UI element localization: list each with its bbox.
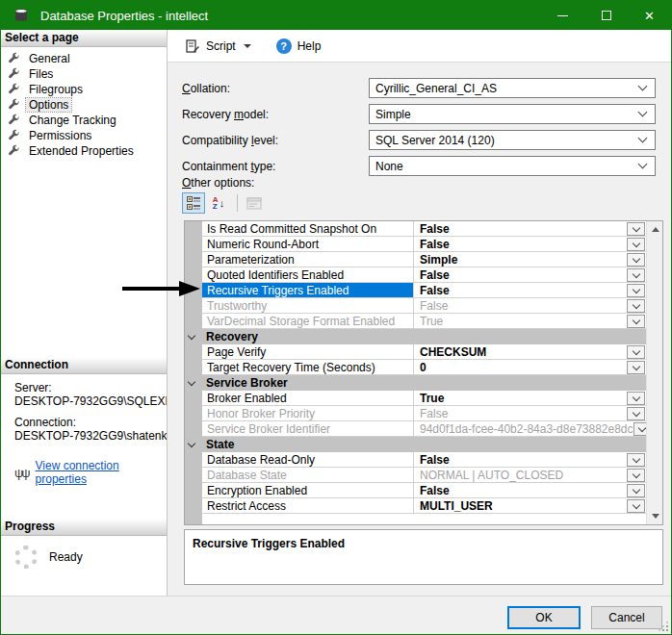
chevron-down-icon: [244, 44, 251, 48]
wrench-icon: [7, 144, 20, 158]
property-value: False: [420, 222, 450, 236]
combobox-value: None: [375, 160, 639, 173]
category-label: State: [202, 437, 234, 451]
value-dropdown-button[interactable]: [627, 299, 645, 313]
scroll-up-button[interactable]: [647, 221, 663, 238]
field-label: Collation:: [182, 82, 230, 95]
value-dropdown-button[interactable]: [627, 222, 645, 236]
wrench-icon: [7, 67, 20, 81]
combobox-value: SQL Server 2014 (120): [375, 134, 639, 147]
property-row[interactable]: Honor Broker Priority False: [202, 406, 646, 421]
property-row[interactable]: Service Broker Identifier 94d0f1da-fcee-…: [202, 421, 646, 437]
select-a-page-header: Select a page: [1, 30, 167, 47]
progress-status: Ready: [49, 550, 83, 564]
combobox-value: Cyrillic_General_CI_AS: [375, 82, 639, 95]
value-dropdown-button[interactable]: [627, 238, 645, 251]
scroll-down-button[interactable]: [647, 508, 663, 524]
help-button[interactable]: ? Help: [271, 36, 327, 57]
main-panel: Script ? Help Containment type: None Com…: [168, 30, 671, 596]
value-dropdown-button[interactable]: [627, 253, 645, 267]
property-row[interactable]: Numeric Round-Abort False: [202, 237, 646, 252]
property-row[interactable]: Parameterization Simple: [202, 252, 646, 267]
property-value: True: [420, 315, 443, 328]
property-row[interactable]: Is Read Committed Snapshot On False: [202, 221, 646, 237]
field-combobox[interactable]: Cyrillic_General_CI_AS: [369, 78, 656, 98]
category-label: Recovery: [202, 329, 258, 343]
sidebar-item-change-tracking[interactable]: Change Tracking: [1, 113, 167, 128]
category-row[interactable]: Service Broker: [202, 375, 646, 391]
progress-spinner-icon: [14, 546, 38, 569]
scroll-up-icon: [652, 227, 659, 232]
field-combobox[interactable]: SQL Server 2014 (120): [369, 130, 656, 150]
property-row[interactable]: Broker Enabled True: [202, 391, 646, 406]
property-row[interactable]: Database State NORMAL | AUTO_CLOSED: [202, 468, 646, 483]
value-dropdown-button[interactable]: [627, 268, 645, 282]
sidebar-item-general[interactable]: General: [1, 51, 167, 66]
connection-panel: Server: DESKTOP-7932GG9\SQLEXPRE Connect…: [1, 374, 167, 519]
property-row[interactable]: Trustworthy False: [202, 298, 646, 314]
value-dropdown-button[interactable]: [627, 499, 645, 513]
maximize-button[interactable]: [584, 1, 628, 30]
script-button[interactable]: Script: [179, 36, 257, 57]
value-dropdown-button[interactable]: [627, 469, 645, 482]
property-row[interactable]: Database Read-Only False: [202, 452, 646, 468]
sidebar-item-filegroups[interactable]: Filegroups: [1, 82, 167, 97]
property-row[interactable]: Encryption Enabled False: [202, 483, 646, 498]
chevron-down-icon: [638, 134, 648, 143]
progress-panel: Ready: [1, 536, 167, 596]
page-list: General Files Filegroups Options: [1, 47, 167, 357]
category-row[interactable]: State: [202, 437, 646, 452]
wrench-icon: [7, 83, 20, 96]
cancel-button[interactable]: Cancel: [591, 606, 662, 629]
sidebar-item-permissions[interactable]: Permissions: [1, 128, 167, 143]
minimize-button[interactable]: [541, 1, 584, 30]
property-name: VarDecimal Storage Format Enabled: [207, 315, 395, 328]
property-name: Encryption Enabled: [207, 484, 307, 497]
sidebar-item-options[interactable]: Options: [1, 97, 167, 113]
close-button[interactable]: ✕: [628, 1, 671, 30]
connection-label: Connection:: [14, 416, 167, 429]
property-value: False: [420, 299, 448, 313]
value-dropdown-button[interactable]: [627, 484, 645, 497]
property-row[interactable]: Recursive Triggers Enabled False: [202, 283, 646, 298]
value-dropdown-button[interactable]: [633, 422, 646, 436]
category-row[interactable]: Recovery: [202, 329, 646, 344]
value-dropdown-button[interactable]: [627, 407, 645, 420]
value-dropdown-button[interactable]: [627, 361, 645, 374]
view-connection-properties-link[interactable]: View connection properties: [36, 459, 167, 486]
property-row[interactable]: Restrict Access MULTI_USER: [202, 498, 646, 514]
property-value: 94d0f1da-fcee-40b2-84a3-d8e73882e8dc: [420, 422, 633, 436]
chevron-down-icon: [632, 454, 639, 462]
field-combobox[interactable]: Simple: [369, 104, 656, 124]
value-dropdown-button[interactable]: [627, 315, 645, 328]
field-combobox[interactable]: None: [369, 156, 656, 176]
property-value: MULTI_USER: [420, 499, 493, 513]
resize-grip[interactable]: [658, 621, 669, 632]
property-description-box: Recursive Triggers Enabled: [184, 529, 663, 585]
property-value: Simple: [420, 253, 457, 267]
scroll-down-icon: [652, 514, 659, 519]
ok-button[interactable]: OK: [507, 606, 581, 629]
property-row[interactable]: VarDecimal Storage Format Enabled True: [202, 314, 646, 329]
other-options-label: Other options:: [182, 176, 254, 190]
sidebar-item-files[interactable]: Files: [1, 66, 167, 82]
maximize-icon: [602, 11, 611, 20]
property-row[interactable]: Page Verify CHECKSUM: [202, 344, 646, 360]
property-grid-toolbar: AZ↓: [182, 191, 268, 215]
property-row[interactable]: Target Recovery Time (Seconds) 0: [202, 360, 646, 375]
categorized-view-button[interactable]: [182, 192, 205, 214]
alphabetical-sort-button[interactable]: AZ↓: [207, 192, 230, 214]
field-row: Collation: Cyrillic_General_CI_AS: [182, 78, 663, 98]
value-dropdown-button[interactable]: [627, 392, 645, 405]
value-dropdown-button[interactable]: [627, 345, 645, 359]
combobox-value: Simple: [375, 108, 639, 121]
chevron-down-icon: [632, 300, 639, 308]
chevron-down-icon: [632, 408, 639, 416]
vertical-scrollbar[interactable]: [646, 221, 662, 524]
sidebar-item-extended-properties[interactable]: Extended Properties: [1, 143, 167, 159]
property-row[interactable]: Quoted Identifiers Enabled False: [202, 267, 646, 283]
titlebar: Database Properties - intellect ✕: [1, 1, 671, 30]
connection-value: DESKTOP-7932GG9\shatenka: [14, 429, 167, 443]
value-dropdown-button[interactable]: [627, 453, 645, 467]
value-dropdown-button[interactable]: [627, 284, 645, 297]
